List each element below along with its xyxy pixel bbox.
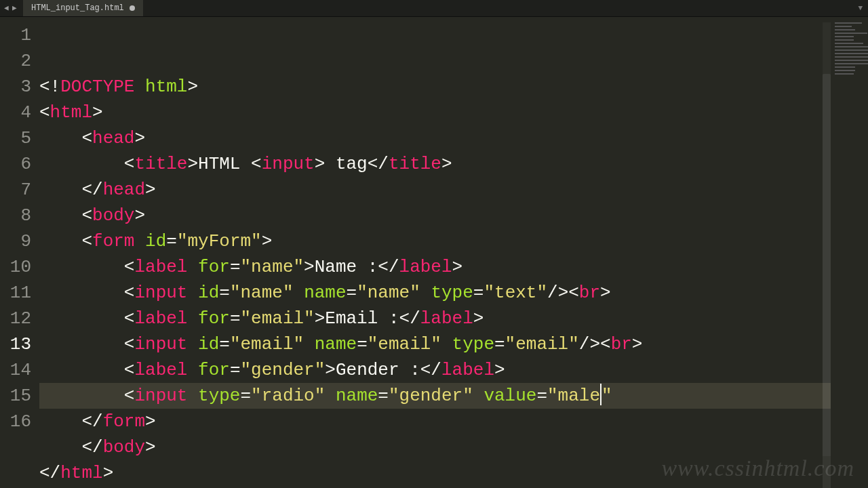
tab-overflow-icon[interactable]: ▼ <box>852 0 868 16</box>
line-number: 5 <box>0 125 31 151</box>
code-line[interactable]: <input type="radio" name="gender" value=… <box>39 383 831 409</box>
scroll-thumb[interactable] <box>823 74 831 488</box>
workspace: 12345678910111213141516 <!DOCTYPE html><… <box>0 17 868 488</box>
nav-forward-icon[interactable]: ▶ <box>12 5 19 12</box>
code-line[interactable]: <label for="email">Email :</label> <box>39 306 831 331</box>
line-number: 4 <box>0 100 31 125</box>
minimap-line <box>835 73 854 75</box>
line-number: 13 <box>0 331 31 357</box>
line-number: 9 <box>0 228 31 254</box>
line-number: 10 <box>0 254 31 280</box>
minimap-line <box>835 43 863 44</box>
line-number: 7 <box>0 177 31 203</box>
line-number: 14 <box>0 357 31 383</box>
minimap-line <box>835 26 852 27</box>
code-line[interactable]: <label for="gender">Gender :</label> <box>39 357 831 383</box>
line-number-gutter: 12345678910111213141516 <box>0 17 39 488</box>
text-cursor <box>600 384 601 405</box>
code-line[interactable]: </form> <box>39 409 831 434</box>
code-line[interactable]: </html> <box>39 460 831 486</box>
line-number: 6 <box>0 151 31 177</box>
file-tab[interactable]: HTML_input_Tag.html <box>23 0 143 16</box>
code-line[interactable]: <input id="email" name="email" type="ema… <box>39 331 831 357</box>
minimap-line <box>835 33 867 34</box>
line-number: 2 <box>0 48 31 74</box>
code-line[interactable]: <title>HTML <input> tag</title> <box>39 151 831 177</box>
code-line[interactable]: <body> <box>39 203 831 228</box>
line-number: 11 <box>0 280 31 306</box>
line-number: 15 <box>0 383 31 409</box>
line-number: 16 <box>0 409 31 434</box>
line-number: 8 <box>0 203 31 228</box>
code-editor[interactable]: <!DOCTYPE html><html> <head> <title>HTML… <box>39 17 831 488</box>
nav-back-icon[interactable]: ◀ <box>4 5 11 12</box>
vertical-scrollbar[interactable] <box>823 22 831 456</box>
line-number: 3 <box>0 74 31 100</box>
code-line[interactable]: <!DOCTYPE html> <box>39 74 831 100</box>
nav-arrows: ◀ ▶ <box>0 0 23 16</box>
code-line[interactable]: </body> <box>39 434 831 460</box>
minimap-line <box>835 36 854 37</box>
unsaved-indicator-icon <box>130 5 135 11</box>
code-line[interactable]: <label for="name">Name :</label> <box>39 254 831 280</box>
file-tab-label: HTML_input_Tag.html <box>31 3 124 13</box>
title-bar: ◀ ▶ HTML_input_Tag.html ▼ <box>0 0 868 17</box>
minimap-line <box>835 29 855 30</box>
line-number: 12 <box>0 306 31 331</box>
code-line[interactable]: <html> <box>39 100 831 125</box>
code-line[interactable]: <form id="myForm"> <box>39 228 831 254</box>
code-line[interactable]: </head> <box>39 177 831 203</box>
code-line[interactable]: <input id="name" name="name" type="text"… <box>39 280 831 306</box>
minimap-line <box>835 22 862 24</box>
minimap-line <box>835 46 868 47</box>
minimap-line <box>835 39 854 41</box>
line-number: 1 <box>0 22 31 48</box>
minimap[interactable] <box>831 17 868 488</box>
code-line[interactable]: <head> <box>39 125 831 151</box>
